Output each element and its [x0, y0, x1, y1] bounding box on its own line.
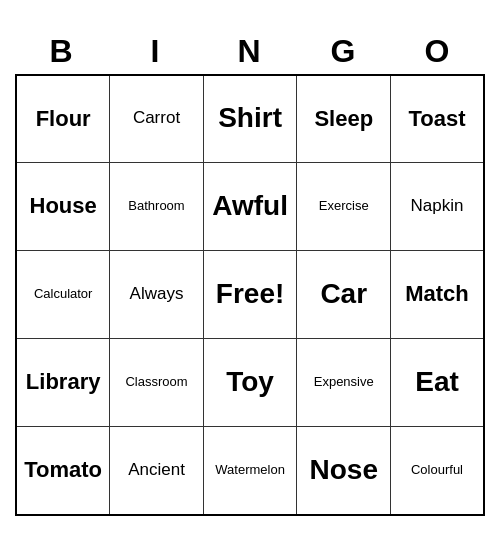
header-letter: I [109, 29, 203, 74]
cell-label: Toast [395, 107, 479, 131]
bingo-cell: Shirt [203, 75, 297, 163]
bingo-cell: Library [16, 339, 110, 427]
bingo-cell: Exercise [297, 163, 391, 251]
bingo-cell: Eat [391, 339, 484, 427]
bingo-cell: Calculator [16, 251, 110, 339]
cell-label: Eat [395, 367, 479, 398]
bingo-cell: Colourful [391, 427, 484, 515]
cell-label: Ancient [114, 461, 198, 480]
cell-label: Calculator [21, 287, 105, 301]
bingo-cell: Toast [391, 75, 484, 163]
bingo-cell: Always [110, 251, 203, 339]
bingo-card: BINGO FlourCarrotShirtSleepToastHouseBat… [15, 29, 485, 516]
cell-label: Carrot [114, 109, 198, 128]
cell-label: Free! [208, 279, 293, 310]
cell-label: Colourful [395, 463, 479, 477]
bingo-cell: Car [297, 251, 391, 339]
bingo-grid: FlourCarrotShirtSleepToastHouseBathroomA… [15, 74, 485, 516]
cell-label: Shirt [208, 103, 293, 134]
table-row: HouseBathroomAwfulExerciseNapkin [16, 163, 484, 251]
header-letter: O [391, 29, 485, 74]
bingo-cell: Napkin [391, 163, 484, 251]
bingo-cell: Awful [203, 163, 297, 251]
bingo-cell: Nose [297, 427, 391, 515]
bingo-cell: Flour [16, 75, 110, 163]
bingo-cell: Classroom [110, 339, 203, 427]
cell-label: House [21, 194, 105, 218]
cell-label: Awful [208, 191, 293, 222]
table-row: LibraryClassroomToyExpensiveEat [16, 339, 484, 427]
bingo-cell: Carrot [110, 75, 203, 163]
header-letter: N [203, 29, 297, 74]
cell-label: Watermelon [208, 463, 293, 477]
table-row: FlourCarrotShirtSleepToast [16, 75, 484, 163]
cell-label: Expensive [301, 375, 386, 389]
bingo-header: BINGO [15, 29, 485, 74]
bingo-cell: Expensive [297, 339, 391, 427]
cell-label: Bathroom [114, 199, 198, 213]
bingo-cell: Bathroom [110, 163, 203, 251]
cell-label: Napkin [395, 197, 479, 216]
cell-label: Toy [208, 367, 293, 398]
header-letter: G [297, 29, 391, 74]
cell-label: Exercise [301, 199, 386, 213]
bingo-cell: Sleep [297, 75, 391, 163]
cell-label: Tomato [21, 458, 105, 482]
bingo-cell: Ancient [110, 427, 203, 515]
bingo-cell: Match [391, 251, 484, 339]
bingo-cell: Watermelon [203, 427, 297, 515]
cell-label: Classroom [114, 375, 198, 389]
cell-label: Match [395, 282, 479, 306]
cell-label: Sleep [301, 107, 386, 131]
header-letter: B [15, 29, 109, 74]
cell-label: Car [301, 279, 386, 310]
table-row: CalculatorAlwaysFree!CarMatch [16, 251, 484, 339]
cell-label: Library [21, 370, 105, 394]
cell-label: Always [114, 285, 198, 304]
bingo-cell: Toy [203, 339, 297, 427]
bingo-cell: Free! [203, 251, 297, 339]
bingo-cell: House [16, 163, 110, 251]
cell-label: Nose [301, 455, 386, 486]
table-row: TomatoAncientWatermelonNoseColourful [16, 427, 484, 515]
bingo-cell: Tomato [16, 427, 110, 515]
cell-label: Flour [21, 107, 105, 131]
